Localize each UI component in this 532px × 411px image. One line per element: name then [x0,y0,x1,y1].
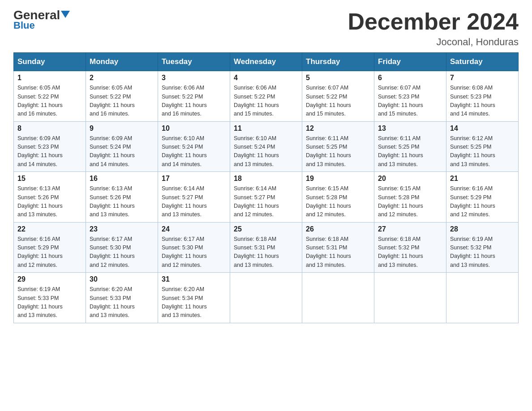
day-info: Sunrise: 6:17 AMSunset: 5:30 PMDaylight:… [162,235,226,270]
day-number: 2 [90,74,154,82]
calendar-cell: 27Sunrise: 6:18 AMSunset: 5:32 PMDayligh… [374,222,446,273]
calendar-cell: 16Sunrise: 6:13 AMSunset: 5:26 PMDayligh… [86,172,158,223]
day-info: Sunrise: 6:14 AMSunset: 5:27 PMDaylight:… [162,184,226,219]
day-number: 10 [162,124,226,133]
day-number: 26 [306,225,370,233]
day-info: Sunrise: 6:08 AMSunset: 5:23 PMDaylight:… [450,84,515,119]
day-info: Sunrise: 6:13 AMSunset: 5:26 PMDaylight:… [17,184,82,219]
calendar-cell: 14Sunrise: 6:12 AMSunset: 5:25 PMDayligh… [446,121,519,172]
day-info: Sunrise: 6:07 AMSunset: 5:22 PMDaylight:… [306,84,370,119]
day-info: Sunrise: 6:20 AMSunset: 5:34 PMDaylight:… [162,285,226,320]
week-row-4: 22Sunrise: 6:16 AMSunset: 5:29 PMDayligh… [14,222,519,273]
calendar-cell: 13Sunrise: 6:11 AMSunset: 5:25 PMDayligh… [374,121,446,172]
week-row-1: 1Sunrise: 6:05 AMSunset: 5:22 PMDaylight… [14,71,519,122]
day-info: Sunrise: 6:11 AMSunset: 5:25 PMDaylight:… [306,134,370,169]
day-number: 28 [450,225,515,233]
calendar-cell: 29Sunrise: 6:19 AMSunset: 5:33 PMDayligh… [14,273,86,323]
day-info: Sunrise: 6:11 AMSunset: 5:25 PMDaylight:… [378,134,442,169]
day-info: Sunrise: 6:14 AMSunset: 5:27 PMDaylight:… [234,184,298,219]
day-number: 12 [306,124,370,133]
day-info: Sunrise: 6:05 AMSunset: 5:22 PMDaylight:… [17,84,82,119]
day-number: 20 [378,175,442,183]
calendar-cell: 10Sunrise: 6:10 AMSunset: 5:24 PMDayligh… [158,121,230,172]
day-number: 30 [90,275,154,283]
col-header-thursday: Thursday [302,53,374,71]
calendar-cell: 24Sunrise: 6:17 AMSunset: 5:30 PMDayligh… [158,222,230,273]
day-number: 22 [17,225,82,233]
day-info: Sunrise: 6:18 AMSunset: 5:31 PMDaylight:… [234,235,298,270]
calendar-cell: 2Sunrise: 6:05 AMSunset: 5:22 PMDaylight… [86,71,158,122]
calendar-cell: 28Sunrise: 6:19 AMSunset: 5:32 PMDayligh… [446,222,519,273]
calendar-cell: 26Sunrise: 6:18 AMSunset: 5:31 PMDayligh… [302,222,374,273]
day-info: Sunrise: 6:13 AMSunset: 5:26 PMDaylight:… [90,184,154,219]
calendar-cell: 22Sunrise: 6:16 AMSunset: 5:29 PMDayligh… [14,222,86,273]
week-row-2: 8Sunrise: 6:09 AMSunset: 5:23 PMDaylight… [14,121,519,172]
day-number: 29 [17,275,82,283]
location: Joconal, Honduras [348,36,519,48]
calendar-cell: 9Sunrise: 6:09 AMSunset: 5:24 PMDaylight… [86,121,158,172]
day-number: 21 [450,175,515,183]
day-number: 13 [378,124,442,133]
calendar-cell: 11Sunrise: 6:10 AMSunset: 5:24 PMDayligh… [230,121,302,172]
calendar-cell: 15Sunrise: 6:13 AMSunset: 5:26 PMDayligh… [14,172,86,223]
calendar-cell: 7Sunrise: 6:08 AMSunset: 5:23 PMDaylight… [446,71,519,122]
day-number: 3 [162,74,226,82]
calendar-cell [302,273,374,323]
calendar-cell: 31Sunrise: 6:20 AMSunset: 5:34 PMDayligh… [158,273,230,323]
col-header-sunday: Sunday [14,53,86,71]
day-info: Sunrise: 6:16 AMSunset: 5:29 PMDaylight:… [450,184,515,219]
calendar-cell: 1Sunrise: 6:05 AMSunset: 5:22 PMDaylight… [14,71,86,122]
day-info: Sunrise: 6:19 AMSunset: 5:32 PMDaylight:… [450,235,515,270]
page-header: General Blue December 2024 Joconal, Hond… [13,9,519,48]
day-number: 1 [17,74,82,82]
day-number: 27 [378,225,442,233]
calendar-cell: 23Sunrise: 6:17 AMSunset: 5:30 PMDayligh… [86,222,158,273]
calendar-cell: 20Sunrise: 6:15 AMSunset: 5:28 PMDayligh… [374,172,446,223]
day-info: Sunrise: 6:09 AMSunset: 5:23 PMDaylight:… [17,134,82,169]
day-info: Sunrise: 6:09 AMSunset: 5:24 PMDaylight:… [90,134,154,169]
day-info: Sunrise: 6:15 AMSunset: 5:28 PMDaylight:… [306,184,370,219]
day-info: Sunrise: 6:16 AMSunset: 5:29 PMDaylight:… [17,235,82,270]
day-number: 18 [234,175,298,183]
day-number: 31 [162,275,226,283]
day-number: 15 [17,175,82,183]
month-title: December 2024 [348,9,519,34]
day-info: Sunrise: 6:06 AMSunset: 5:22 PMDaylight:… [162,84,226,119]
day-number: 24 [162,225,226,233]
calendar-cell: 3Sunrise: 6:06 AMSunset: 5:22 PMDaylight… [158,71,230,122]
calendar-cell [230,273,302,323]
col-header-tuesday: Tuesday [158,53,230,71]
day-info: Sunrise: 6:05 AMSunset: 5:22 PMDaylight:… [90,84,154,119]
calendar-cell: 4Sunrise: 6:06 AMSunset: 5:22 PMDaylight… [230,71,302,122]
day-info: Sunrise: 6:10 AMSunset: 5:24 PMDaylight:… [162,134,226,169]
day-info: Sunrise: 6:17 AMSunset: 5:30 PMDaylight:… [90,235,154,270]
calendar-cell: 17Sunrise: 6:14 AMSunset: 5:27 PMDayligh… [158,172,230,223]
calendar-table: SundayMondayTuesdayWednesdayThursdayFrid… [13,52,519,323]
col-header-friday: Friday [374,53,446,71]
day-number: 17 [162,175,226,183]
calendar-cell: 30Sunrise: 6:20 AMSunset: 5:33 PMDayligh… [86,273,158,323]
day-number: 5 [306,74,370,82]
calendar-cell: 25Sunrise: 6:18 AMSunset: 5:31 PMDayligh… [230,222,302,273]
week-row-3: 15Sunrise: 6:13 AMSunset: 5:26 PMDayligh… [14,172,519,223]
calendar-cell: 18Sunrise: 6:14 AMSunset: 5:27 PMDayligh… [230,172,302,223]
calendar-cell: 6Sunrise: 6:07 AMSunset: 5:23 PMDaylight… [374,71,446,122]
calendar-cell: 12Sunrise: 6:11 AMSunset: 5:25 PMDayligh… [302,121,374,172]
logo-triangle-icon [61,11,70,18]
title-block: December 2024 Joconal, Honduras [348,9,519,48]
calendar-cell: 21Sunrise: 6:16 AMSunset: 5:29 PMDayligh… [446,172,519,223]
day-info: Sunrise: 6:07 AMSunset: 5:23 PMDaylight:… [378,84,442,119]
day-info: Sunrise: 6:20 AMSunset: 5:33 PMDaylight:… [90,285,154,320]
day-info: Sunrise: 6:19 AMSunset: 5:33 PMDaylight:… [17,285,82,320]
day-info: Sunrise: 6:15 AMSunset: 5:28 PMDaylight:… [378,184,442,219]
day-number: 11 [234,124,298,133]
calendar-header-row: SundayMondayTuesdayWednesdayThursdayFrid… [14,53,519,71]
day-info: Sunrise: 6:18 AMSunset: 5:32 PMDaylight:… [378,235,442,270]
day-number: 8 [17,124,82,133]
day-info: Sunrise: 6:10 AMSunset: 5:24 PMDaylight:… [234,134,298,169]
col-header-saturday: Saturday [446,53,519,71]
day-number: 19 [306,175,370,183]
logo-blue: Blue [13,20,35,31]
calendar-cell: 5Sunrise: 6:07 AMSunset: 5:22 PMDaylight… [302,71,374,122]
calendar-cell: 8Sunrise: 6:09 AMSunset: 5:23 PMDaylight… [14,121,86,172]
